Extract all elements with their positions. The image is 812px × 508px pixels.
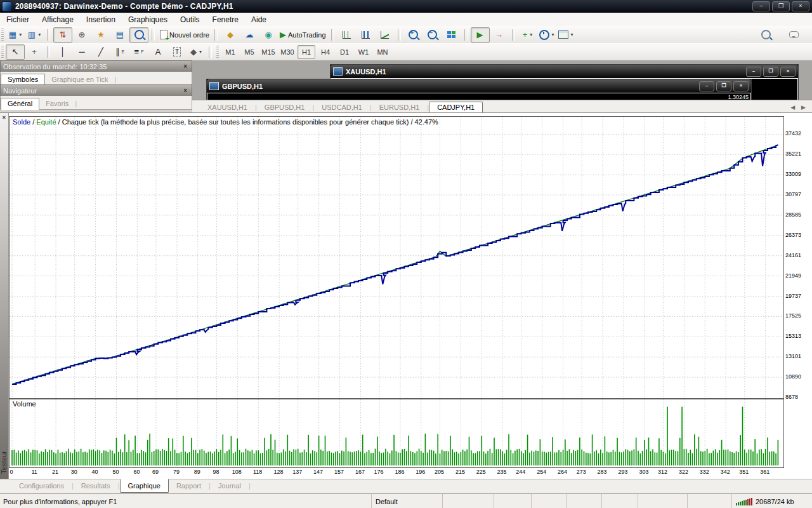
tester-tab-graphique[interactable]: Graphique (120, 479, 169, 493)
chart-tab-xauusd-h1[interactable]: XAUUSD,H1 (200, 102, 255, 113)
toolbar-separator (331, 29, 334, 41)
close-button[interactable]: × (780, 67, 796, 77)
chart-tab-gbpusd-h1[interactable]: GBPUSD,H1 (257, 102, 313, 113)
profiles-button[interactable]: ▥ ▾ (25, 27, 44, 43)
chart-tab-eurusd-h1[interactable]: EURUSD,H1 (372, 102, 428, 113)
market-watch-header[interactable]: Observation du marché: 10:32:35 × (0, 60, 192, 72)
tile-windows-button[interactable] (442, 27, 461, 43)
auto-scroll-button[interactable]: ▶ (471, 27, 490, 43)
line-chart-button[interactable] (376, 27, 395, 43)
zoom-in-button[interactable]: + (404, 27, 423, 43)
community-button[interactable]: ☁ (240, 27, 259, 43)
tester-side-strip[interactable]: × Testeur (0, 113, 9, 479)
new-order-button[interactable]: + Nouvel ordre (158, 27, 211, 43)
app-icon (2, 1, 12, 11)
legend-separator: / (56, 118, 62, 126)
chart-tab-usdcad-h1[interactable]: USDCAD,H1 (314, 102, 370, 113)
y-tick: 21949 (785, 272, 801, 279)
fibonacci-button[interactable]: ≡ F (129, 44, 148, 60)
search-button[interactable] (756, 27, 775, 43)
tester-tab-rapport[interactable]: Rapport (169, 479, 209, 492)
navigator-header[interactable]: Navigateur × (0, 84, 192, 96)
minimize-button[interactable]: – (752, 1, 770, 11)
maximize-button[interactable]: ❒ (716, 81, 731, 91)
menu-fichier[interactable]: Fichier (0, 14, 36, 25)
x-tick: 322 (675, 469, 691, 475)
tester-tab-resultats[interactable]: Resultats (74, 479, 118, 492)
new-chart-button[interactable]: ▦ ▾ (6, 27, 25, 43)
metaeditor-button[interactable]: ◆ (221, 27, 240, 43)
y-tick: 13101 (785, 353, 801, 359)
chat-button[interactable] (784, 27, 803, 43)
timeframe-h1[interactable]: H1 (298, 45, 315, 59)
tester-tab-configurations[interactable]: Configurations (11, 479, 72, 492)
timeframe-m5[interactable]: M5 (240, 45, 258, 59)
toolbar-drag-handle[interactable] (1, 29, 4, 41)
toolbar-separator (47, 29, 50, 41)
tab-scroll-right-icon[interactable]: ▶ (801, 104, 806, 110)
menu-graphiques[interactable]: Graphiques (122, 14, 174, 25)
close-button[interactable]: × (792, 1, 809, 11)
autotrading-button[interactable]: ▶ AutoTrading (278, 27, 328, 43)
toolbar-drag-handle[interactable] (1, 46, 4, 58)
tab-graphique-en-tick[interactable]: Graphique en Tick (45, 74, 114, 85)
menu-insertion[interactable]: Insertion (80, 14, 122, 25)
tester-balance-chart[interactable] (9, 116, 784, 399)
minimize-button[interactable]: – (699, 81, 714, 91)
timeframe-d1[interactable]: D1 (336, 45, 353, 59)
chart-shift-button[interactable]: → (490, 27, 509, 43)
chart-window-titlebar[interactable]: GBPUSD,H1 – ❒ × (207, 79, 751, 93)
trendline-button[interactable]: ╱ (91, 44, 110, 60)
shapes-button[interactable]: ◆ ▾ (187, 44, 206, 60)
zoom-out-button[interactable]: − (423, 27, 442, 43)
timeframe-w1[interactable]: W1 (355, 45, 372, 59)
horizontal-line-button[interactable]: ─ (72, 44, 91, 60)
candlestick-chart-button[interactable] (357, 27, 376, 43)
timeframe-m30[interactable]: M30 (278, 45, 296, 59)
tester-volume-pane[interactable] (9, 399, 784, 468)
close-icon[interactable]: × (181, 63, 189, 70)
toolbar-drawing: ↖ + │ ─ ╱ ∥ E ≡ F A T ◆ ▾ M1M5M15M30H1H4… (0, 43, 812, 61)
maximize-button[interactable]: ❒ (772, 1, 790, 11)
close-icon[interactable]: × (181, 87, 189, 94)
menu-aide[interactable]: Aide (245, 14, 273, 25)
news-button[interactable]: ◉ (259, 27, 278, 43)
indicators-button[interactable]: + ▾ (518, 27, 537, 43)
tab-favoris[interactable]: Favoris (39, 98, 75, 109)
tester-tab-journal[interactable]: Journal (211, 479, 249, 492)
text-button[interactable]: A (148, 44, 167, 60)
tab-g-n-ral[interactable]: Général (1, 98, 39, 110)
chart-window-gbpusd[interactable]: GBPUSD,H1 – ❒ × 1.30245 (206, 79, 752, 100)
bar-chart-button[interactable] (337, 27, 357, 43)
templates-button[interactable]: ▾ (556, 27, 575, 43)
minimize-button[interactable]: – (746, 67, 761, 77)
tab-scroll-left-icon[interactable]: ◀ (790, 104, 795, 110)
data-window-button[interactable]: ⊕ (72, 27, 91, 43)
text-label-button[interactable]: T (167, 44, 187, 60)
timeframe-h4[interactable]: H4 (317, 45, 334, 59)
menu-outils[interactable]: Outils (174, 14, 206, 25)
market-watch-toggle-button[interactable]: ⇅ (53, 27, 72, 43)
x-tick: 361 (757, 469, 773, 475)
chevron-down-icon: ▾ (38, 32, 41, 37)
navigator-toggle-button[interactable]: ★ (91, 27, 110, 43)
y-tick: 8678 (785, 394, 798, 400)
timeframe-m15[interactable]: M15 (259, 45, 277, 59)
periods-button[interactable]: ▾ (537, 27, 556, 43)
timeframe-m1[interactable]: M1 (221, 45, 239, 59)
channel-button[interactable]: ∥ E (110, 44, 129, 60)
maximize-button[interactable]: ❒ (763, 67, 778, 77)
status-profile[interactable]: Default (371, 494, 442, 508)
terminal-button[interactable]: ▤ (110, 27, 129, 43)
cursor-button[interactable]: ↖ (6, 44, 25, 60)
menu-fenetre[interactable]: Fenetre (206, 14, 245, 25)
toolbar-drag-handle[interactable] (216, 46, 219, 58)
menu-affichage[interactable]: Affichage (36, 14, 80, 25)
crosshair-button[interactable]: + (25, 44, 44, 60)
close-button[interactable]: × (733, 81, 749, 91)
timeframe-mn[interactable]: MN (374, 45, 391, 59)
vertical-line-button[interactable]: │ (53, 44, 72, 60)
close-icon[interactable]: × (0, 113, 8, 121)
strategy-tester-button[interactable] (129, 27, 148, 43)
chart-window-titlebar[interactable]: XAUUSD,H1 – ❒ × (331, 65, 798, 78)
